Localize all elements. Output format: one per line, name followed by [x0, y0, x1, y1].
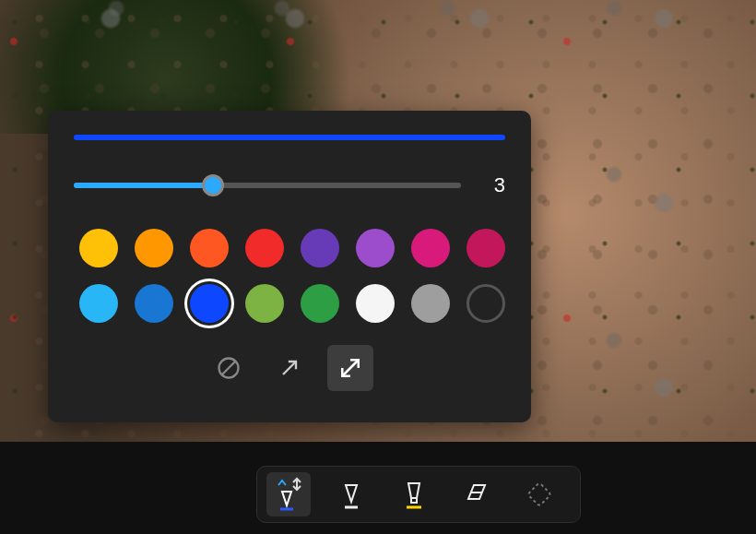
color-sky[interactable] [79, 284, 118, 323]
stroke-preview [74, 135, 505, 140]
color-white[interactable] [356, 284, 395, 323]
no-arrow-icon [216, 355, 242, 381]
color-gray[interactable] [411, 284, 450, 323]
color-lime[interactable] [245, 284, 284, 323]
svg-marker-7 [346, 485, 357, 502]
color-azure[interactable] [135, 284, 173, 323]
tool-pen-secondary[interactable] [329, 472, 373, 516]
svg-rect-10 [411, 498, 417, 503]
color-crimson[interactable] [467, 229, 505, 267]
svg-marker-9 [408, 483, 419, 498]
thickness-value: 3 [483, 173, 505, 197]
color-violet[interactable] [356, 229, 395, 267]
svg-line-1 [222, 362, 235, 374]
color-amber[interactable] [135, 229, 173, 267]
bottom-toolbar [0, 442, 756, 534]
svg-line-2 [283, 362, 296, 374]
arrow-style-row [74, 345, 505, 391]
slider-fill [74, 183, 213, 188]
thickness-slider[interactable] [74, 174, 461, 196]
pen-icon [273, 476, 304, 513]
arrow-style-none[interactable] [206, 345, 252, 391]
tool-eraser[interactable] [455, 472, 499, 516]
shape-icon [526, 481, 552, 507]
arrow-style-one-way[interactable] [266, 345, 313, 391]
tool-pen-primary[interactable] [266, 472, 311, 516]
color-magenta[interactable] [411, 229, 450, 267]
color-palette [74, 229, 505, 323]
tool-highlighter[interactable] [392, 472, 436, 516]
svg-line-3 [342, 360, 359, 376]
eraser-icon [463, 481, 490, 508]
thickness-slider-row: 3 [74, 173, 505, 197]
slider-thumb[interactable] [202, 174, 224, 196]
color-purple[interactable] [301, 229, 339, 267]
pen-outline-icon [338, 478, 364, 511]
highlighter-icon [400, 478, 428, 511]
arrow-style-two-way[interactable] [327, 345, 373, 391]
arrow-up-right-icon [277, 355, 302, 381]
svg-marker-5 [282, 492, 291, 505]
color-blue[interactable] [190, 284, 229, 323]
color-orange[interactable] [190, 229, 229, 267]
arrow-both-icon [337, 354, 364, 382]
pen-options-popup: 3 [48, 111, 531, 422]
color-green[interactable] [301, 284, 339, 323]
color-red[interactable] [245, 229, 284, 267]
color-none[interactable] [467, 284, 505, 323]
drawing-tools-group [256, 466, 581, 523]
svg-rect-14 [527, 482, 550, 505]
tool-shape[interactable] [517, 472, 561, 516]
color-yellow[interactable] [79, 229, 118, 267]
